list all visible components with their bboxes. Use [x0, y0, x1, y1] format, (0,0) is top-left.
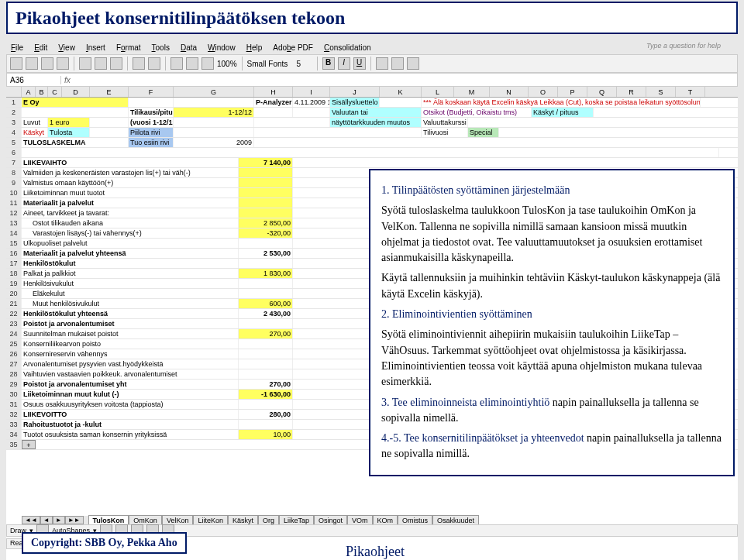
col-header[interactable]: L	[422, 87, 454, 97]
tab-nav-prev[interactable]: ◄	[40, 516, 53, 524]
row-value[interactable]	[239, 239, 293, 248]
col-header[interactable]: M	[454, 87, 490, 97]
step2-heading: 2. Eliminointivientien syöttäminen	[381, 307, 722, 322]
row-label: Liiketoiminnan muut kulut (-)	[22, 390, 239, 399]
col-header[interactable]: P	[558, 87, 587, 97]
align-center-icon[interactable]	[391, 57, 404, 70]
row-value[interactable]	[239, 259, 293, 268]
bold-icon[interactable]: B	[322, 57, 335, 70]
step2-text: Syötä eliminointiviennit aihepiirin muka…	[381, 327, 722, 390]
sort-desc-icon[interactable]	[186, 57, 198, 70]
row-value[interactable]	[239, 178, 293, 187]
row-value[interactable]	[239, 400, 293, 409]
row-value[interactable]: 2 530,00	[239, 249, 293, 258]
col-header[interactable]: R	[617, 87, 646, 97]
row-label: Muut henkilösivukulut	[22, 299, 239, 308]
menu-view[interactable]: View	[53, 42, 80, 53]
col-header[interactable]: G	[174, 87, 254, 97]
row-value[interactable]	[239, 289, 293, 298]
menu-file[interactable]: File	[6, 42, 28, 53]
menu-window[interactable]: Window	[203, 42, 240, 53]
align-left-icon[interactable]	[376, 57, 388, 70]
col-header[interactable]: N	[490, 87, 529, 97]
row-value[interactable]	[239, 369, 293, 379]
col-header[interactable]: F	[129, 87, 174, 97]
col-header[interactable]: K	[380, 87, 422, 97]
menu-edit[interactable]: Edit	[29, 42, 52, 53]
col-header[interactable]: S	[646, 87, 676, 97]
row-value[interactable]: 2 430,00	[239, 309, 293, 318]
open-icon[interactable]	[26, 57, 38, 70]
table-row[interactable]: 7LIIKEVAIHTO7 140,00	[6, 158, 738, 168]
row-label: Osuus osakkuusyrityksen voitosta (tappio…	[22, 400, 239, 409]
italic-icon[interactable]: I	[338, 57, 350, 70]
col-header[interactable]: I	[293, 87, 330, 97]
menu-adobepdf[interactable]: Adobe PDF	[268, 42, 318, 53]
row-value[interactable]	[239, 168, 293, 177]
row-value[interactable]: 7 140,00	[239, 158, 293, 167]
menu-tools[interactable]: Tools	[147, 42, 174, 53]
row-label: Varastojen lisäys(-) tai vähennys(+)	[22, 228, 239, 238]
menu-insert[interactable]: Insert	[81, 42, 110, 53]
row-value[interactable]: 600,00	[239, 299, 293, 308]
expand-button[interactable]: +	[22, 440, 36, 449]
row-value[interactable]: 1 830,00	[239, 269, 293, 278]
font-size[interactable]: 5	[297, 60, 312, 68]
row-value[interactable]	[239, 420, 293, 429]
row-value[interactable]: 280,00	[239, 410, 293, 419]
name-box[interactable]: A36	[7, 76, 61, 84]
col-header[interactable]: J	[330, 87, 380, 97]
row-label: Poistot ja arvonalentumiset	[22, 319, 239, 328]
copy-icon[interactable]	[95, 57, 107, 70]
row-value[interactable]: 2 850,00	[239, 218, 293, 228]
row-value[interactable]: -1 630,00	[239, 390, 293, 399]
row-label: Liiketoiminnan muut tuotot	[22, 188, 239, 198]
row-value[interactable]	[239, 359, 293, 369]
chart-icon[interactable]	[202, 57, 214, 70]
row-value[interactable]	[239, 188, 293, 198]
col-header[interactable]: C	[48, 87, 62, 97]
row-value[interactable]	[239, 198, 293, 208]
step1-note: Käytä tallennuksiin ja muihinkin tehtävi…	[381, 270, 722, 302]
help-search[interactable]: Type a question for help	[646, 42, 721, 50]
underline-icon[interactable]: U	[353, 57, 366, 70]
sort-asc-icon[interactable]	[170, 57, 183, 70]
menu-data[interactable]: Data	[176, 42, 202, 53]
font-name[interactable]: Small Fonts	[247, 60, 294, 68]
menu-help[interactable]: Help	[242, 42, 267, 53]
col-header[interactable]: A	[22, 87, 36, 97]
row-value[interactable]	[239, 349, 293, 359]
row-value[interactable]	[239, 279, 293, 288]
row-value[interactable]: 10,00	[239, 430, 293, 439]
tab-nav-last[interactable]: ►►	[65, 516, 84, 524]
cut-icon[interactable]	[79, 57, 91, 70]
step3-text: 3. Tee eliminoinneista eliminointiyhtiö …	[381, 395, 722, 427]
col-header[interactable]: T	[676, 87, 705, 97]
row-value[interactable]: -320,00	[239, 228, 293, 238]
save-icon[interactable]	[41, 57, 53, 70]
col-header[interactable]: H	[254, 87, 293, 97]
row-label: Eläkekulut	[22, 289, 239, 298]
menu-consolidation[interactable]: Consolidation	[319, 42, 376, 53]
col-header[interactable]: B	[36, 87, 48, 97]
menubar: File Edit View Insert Format Tools Data …	[6, 42, 376, 53]
print-icon[interactable]	[57, 57, 69, 70]
col-header[interactable]: D	[62, 87, 90, 97]
row-value[interactable]	[239, 319, 293, 328]
redo-icon[interactable]	[148, 57, 160, 70]
row-value[interactable]: 270,00	[239, 380, 293, 389]
tab-nav-next[interactable]: ►	[53, 516, 65, 524]
col-header[interactable]: Q	[587, 87, 617, 97]
align-right-icon[interactable]	[407, 57, 419, 70]
row-value[interactable]: 270,00	[239, 329, 293, 338]
row-value[interactable]	[239, 208, 293, 218]
new-icon[interactable]	[10, 57, 22, 70]
paste-icon[interactable]	[110, 57, 122, 70]
row-value[interactable]	[239, 339, 293, 349]
col-header[interactable]: E	[90, 87, 129, 97]
undo-icon[interactable]	[133, 57, 145, 70]
zoom-value[interactable]: 100%	[217, 60, 237, 68]
tab-nav-first[interactable]: ◄◄	[22, 516, 40, 524]
menu-format[interactable]: Format	[112, 42, 146, 53]
col-header[interactable]: O	[529, 87, 558, 97]
